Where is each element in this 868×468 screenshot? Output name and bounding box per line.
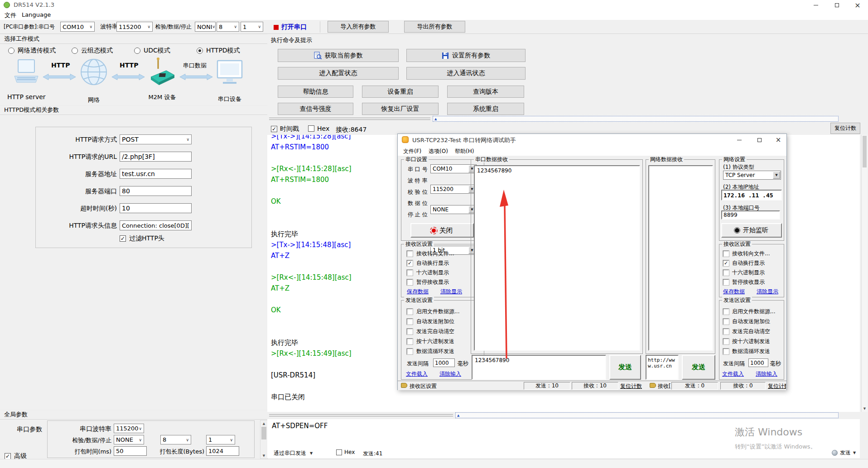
usr-baud-select[interactable]: 115200▼ xyxy=(430,185,477,194)
interval-input[interactable] xyxy=(748,358,768,367)
reset-count-button[interactable]: 复位计数 xyxy=(830,123,860,134)
maximize-button[interactable] xyxy=(826,0,847,10)
clear-display-link[interactable]: 清除显示 xyxy=(757,288,778,296)
usr-maximize-button[interactable] xyxy=(751,134,768,145)
chevron-down-icon[interactable]: ▼ xyxy=(773,172,780,179)
usr-parity-select[interactable]: NONE▼ xyxy=(430,205,477,214)
scroll-thumb[interactable] xyxy=(261,427,266,439)
usr-tcp232-window[interactable]: USR-TCP232-Test 串口转网络调试助手 × 文件(F) 选项(O) … xyxy=(397,134,787,390)
net-send-button[interactable]: 发送 xyxy=(682,355,715,380)
enter-config-button[interactable]: 进入配置状态 xyxy=(278,67,399,80)
auto-append-checkbox[interactable]: 自动发送附加位 xyxy=(407,318,454,325)
via-serial-dropdown[interactable]: 通过串口发送 ▼ xyxy=(274,449,313,457)
loop-send-checkbox[interactable]: 数据流循环发送 xyxy=(407,348,454,355)
file-load-link[interactable]: 文件载入 xyxy=(406,370,428,378)
file-load-link[interactable]: 文件载入 xyxy=(722,370,744,378)
usr-close-button[interactable]: × xyxy=(771,134,786,145)
recv-to-file-checkbox[interactable]: 接收转向文件... xyxy=(407,250,454,258)
reset-count-link[interactable]: 复位计数 xyxy=(620,382,642,390)
pause-recv-checkbox[interactable]: 暂停接收显示 xyxy=(407,278,449,286)
interval-input[interactable] xyxy=(433,358,455,367)
protocol-select[interactable]: TCP Server▼ xyxy=(723,171,781,180)
net-send-input[interactable]: http://www.usr.cn xyxy=(646,355,679,380)
close-button[interactable]: × xyxy=(847,0,868,10)
usr-menu-file[interactable]: 文件(F) xyxy=(403,148,421,155)
hex-checkbox[interactable]: Hex xyxy=(308,125,329,132)
usr-minimize-button[interactable] xyxy=(731,134,748,145)
clear-display-link[interactable]: 清除显示 xyxy=(440,288,462,296)
global-baud-select[interactable]: 115200∨ xyxy=(114,424,144,433)
usr-close-serial-button[interactable]: 关闭 xyxy=(410,223,474,238)
global-parity-select[interactable]: NONE∨ xyxy=(114,435,144,444)
menu-file[interactable]: 文件 xyxy=(5,11,16,19)
pack-time-input[interactable] xyxy=(114,446,147,456)
bottom-hex-checkbox[interactable]: Hex xyxy=(336,449,355,455)
auto-append-checkbox[interactable]: 自动发送附加位 xyxy=(723,318,770,325)
system-restart-button[interactable]: 系统重启 xyxy=(447,103,524,115)
vertical-scrollbar[interactable]: ▼ xyxy=(861,135,868,412)
save-data-link[interactable]: 保存数据 xyxy=(723,288,745,296)
global-databits-select[interactable]: 8∨ xyxy=(160,435,191,444)
file-source-checkbox[interactable]: 启用文件数据源... xyxy=(407,308,459,315)
net-recv-textarea[interactable] xyxy=(648,165,713,351)
parity-select[interactable]: NONI∨ xyxy=(195,22,216,32)
bottom-send-dropdown[interactable]: 发送 ▼ xyxy=(832,449,856,457)
hex-display-checkbox[interactable]: 十六进制显示 xyxy=(407,269,449,277)
save-data-link[interactable]: 保存数据 xyxy=(407,288,429,296)
server-address-input[interactable] xyxy=(120,169,192,179)
stopbits-select[interactable]: 1∨ xyxy=(241,22,263,32)
serial-recv-textarea[interactable]: 1234567890 xyxy=(474,165,640,351)
scroll-down-icon[interactable]: ▼ xyxy=(260,453,267,458)
open-serial-button[interactable]: 打开串口 xyxy=(274,22,315,32)
http-url-input[interactable] xyxy=(120,152,192,162)
minimize-button[interactable] xyxy=(805,0,826,10)
mode-radio-cloud[interactable]: 云组态模式 xyxy=(72,47,113,55)
timestamp-checkbox[interactable]: 时间戳 xyxy=(271,125,299,133)
horizontal-scrollbar-track[interactable] xyxy=(269,414,453,416)
auto-clear-checkbox[interactable]: 发送完自动清空 xyxy=(407,328,454,335)
local-port-input[interactable]: 8899 xyxy=(721,210,780,220)
baud-select[interactable]: 115200∨ xyxy=(116,22,153,32)
local-ip-input[interactable]: 172.16 .11 .45 xyxy=(721,190,782,201)
start-listen-button[interactable]: 开始监听 xyxy=(721,223,782,238)
databits-select[interactable]: 8∨ xyxy=(217,22,239,32)
filter-http-checkbox[interactable]: 过滤HTTP头 xyxy=(120,234,164,243)
mode-radio-passthrough[interactable]: 网络透传模式 xyxy=(8,47,56,55)
timeout-input[interactable] xyxy=(120,203,192,213)
auto-wrap-checkbox[interactable]: 自动换行显示 xyxy=(723,259,765,267)
mode-radio-httpd[interactable]: HTTPD模式 xyxy=(197,47,240,55)
serial-send-input[interactable]: 1234567890 xyxy=(472,355,606,380)
auto-wrap-checkbox[interactable]: 自动换行显示 xyxy=(407,259,449,267)
query-signal-button[interactable]: 查信号强度 xyxy=(278,103,353,115)
menu-language[interactable]: Language xyxy=(22,11,51,18)
loop-send-checkbox[interactable]: 数据流循环发送 xyxy=(723,348,770,355)
http-method-select[interactable]: POST∨ xyxy=(120,134,192,144)
factory-reset-button[interactable]: 恢复出厂设置 xyxy=(362,103,439,115)
enter-comm-button[interactable]: 进入通讯状态 xyxy=(406,67,526,80)
query-version-button[interactable]: 查询版本 xyxy=(447,86,524,98)
auto-clear-checkbox[interactable]: 发送完自动清空 xyxy=(723,328,770,335)
clear-input-link[interactable]: 清除输入 xyxy=(756,370,777,378)
mini-vertical-scrollbar[interactable]: ▲ ▼ xyxy=(260,420,268,459)
device-restart-button[interactable]: 设备重启 xyxy=(362,86,439,98)
mode-radio-udc[interactable]: UDC模式 xyxy=(134,47,170,55)
usr-menu-help[interactable]: 帮助(H) xyxy=(455,148,474,155)
reset-count-link[interactable]: 复位计数 xyxy=(768,382,786,390)
export-params-button[interactable]: 导出所有参数 xyxy=(404,21,465,33)
horizontal-scrollbar-pane[interactable]: ▲ xyxy=(433,116,839,122)
com-port-select[interactable]: COM10∨ xyxy=(60,22,95,32)
scroll-thumb[interactable] xyxy=(863,136,867,167)
clear-input-link[interactable]: 清除输入 xyxy=(439,370,461,378)
help-info-button[interactable]: 帮助信息 xyxy=(278,86,353,98)
global-stopbits-select[interactable]: 1∨ xyxy=(206,435,235,444)
import-params-button[interactable]: 导入所有参数 xyxy=(328,21,389,33)
hex-display-checkbox[interactable]: 十六进制显示 xyxy=(723,269,765,277)
scroll-up-icon[interactable]: ▲ xyxy=(260,420,267,426)
horizontal-scrollbar-pane[interactable]: ▲ xyxy=(455,412,839,418)
horizontal-scrollbar-track[interactable] xyxy=(269,118,430,120)
scroll-down-icon[interactable]: ▼ xyxy=(862,406,868,412)
pause-recv-checkbox[interactable]: 暂停接收显示 xyxy=(723,278,765,286)
set-params-button[interactable]: 设置所有参数 xyxy=(406,49,526,62)
recv-to-file-checkbox[interactable]: 接收转向文件... xyxy=(723,250,770,258)
server-port-input[interactable] xyxy=(120,186,192,196)
